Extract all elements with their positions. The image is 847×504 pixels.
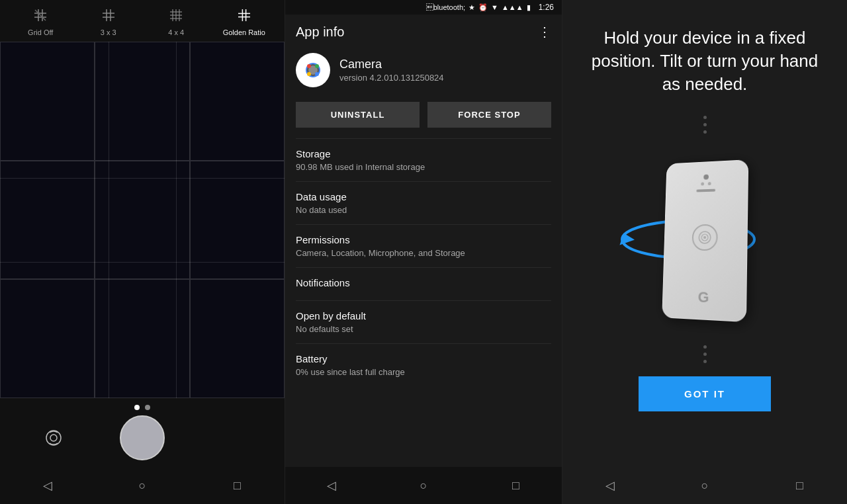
phone-fingerprint: [691, 224, 718, 251]
golden-line-vertical-1: [109, 42, 109, 398]
appinfo-nav-bar: ◁ ○ □: [285, 467, 562, 504]
status-wifi: ▼: [491, 3, 498, 11]
appinfo-header: App info ⋮: [285, 15, 562, 46]
permissions-label: Permissions: [296, 234, 551, 245]
status-icons: bluetooth; ★ ⏰ ▼ ▲▲▲ ▮: [426, 3, 531, 12]
app-details: Camera version 4.2.010.131250824: [339, 58, 444, 83]
appinfo-title: App info: [296, 24, 344, 40]
app-identity: Camera version 4.2.010.131250824: [285, 46, 562, 98]
app-version: version 4.2.010.131250824: [339, 73, 444, 83]
grid-cell: [0, 279, 95, 398]
battery-value: 0% use since last full charge: [296, 367, 551, 377]
status-signal: ▲▲▲: [502, 3, 523, 11]
tutorial-dots-bottom: [703, 345, 707, 363]
flip-camera-button[interactable]: [39, 423, 68, 452]
tutorial-panel: Hold your device in a fixed position. Ti…: [562, 0, 847, 504]
svg-point-28: [315, 72, 319, 76]
tutorial-content: Hold your device in a fixed position. Ti…: [562, 0, 847, 467]
3x3-label: 3 x 3: [101, 28, 116, 36]
grid-cell: [190, 279, 285, 398]
toolbar-grid-off[interactable]: Grid Off: [14, 8, 67, 36]
golden-line-vertical-2: [176, 42, 177, 398]
dot: [703, 116, 707, 119]
svg-point-27: [307, 72, 311, 76]
grid-off-icon: [33, 8, 48, 26]
home-button[interactable]: ○: [413, 475, 434, 496]
status-bluetooth: ★: [468, 3, 475, 12]
dot: [703, 123, 707, 126]
recents-button[interactable]: □: [789, 475, 810, 496]
camera-controls: [0, 415, 285, 463]
app-icon: [296, 53, 330, 87]
dot-inactive: [145, 405, 150, 410]
phone-body: G: [662, 159, 748, 322]
phone-speaker: [696, 189, 715, 192]
camera-placeholder: [216, 423, 245, 452]
page-indicator: [134, 405, 150, 410]
status-alarm: ⏰: [478, 3, 488, 12]
svg-line-4: [35, 10, 46, 21]
home-button[interactable]: ○: [132, 475, 153, 496]
dot: [703, 345, 707, 349]
camera-toolbar: Grid Off 3 x 3: [0, 0, 285, 42]
golden-ratio-icon: [237, 8, 251, 26]
golden-ratio-label: Golden Ratio: [223, 28, 265, 36]
dot: [703, 353, 707, 356]
tutorial-nav-bar: ◁ ○ □: [562, 467, 847, 504]
grid-cell: [0, 42, 95, 161]
phone-camera: [703, 175, 709, 180]
camera-bottom: [0, 398, 285, 467]
data-usage-section[interactable]: Data usage No data used: [285, 182, 562, 224]
notifications-label: Notifications: [296, 277, 551, 288]
back-button[interactable]: ◁: [600, 475, 621, 496]
svg-point-20: [50, 435, 57, 441]
storage-section[interactable]: Storage 90.98 MB used in Internal storag…: [285, 139, 562, 181]
status-time: 1:26: [539, 3, 554, 12]
golden-line-horizontal-2: [0, 262, 285, 263]
bluetooth-icon: bluetooth;: [426, 3, 465, 11]
camera-viewfinder: [0, 42, 285, 398]
back-button[interactable]: ◁: [37, 475, 58, 496]
status-battery: ▮: [527, 3, 531, 12]
open-by-default-section[interactable]: Open by default No defaults set: [285, 301, 562, 343]
battery-label: Battery: [296, 353, 551, 364]
recents-button[interactable]: □: [226, 475, 247, 496]
notifications-section[interactable]: Notifications: [285, 268, 562, 300]
more-options-icon[interactable]: ⋮: [538, 24, 551, 40]
battery-section[interactable]: Battery 0% use since last full charge: [285, 344, 562, 386]
action-buttons: UNINSTALL FORCE STOP: [285, 98, 562, 138]
open-by-default-label: Open by default: [296, 310, 551, 321]
back-button[interactable]: ◁: [321, 475, 342, 496]
got-it-button[interactable]: GOT IT: [639, 376, 771, 411]
shutter-button[interactable]: [120, 415, 165, 460]
uninstall-button[interactable]: UNINSTALL: [296, 102, 420, 128]
dot-active: [134, 405, 140, 410]
grid-overlay: [0, 42, 285, 398]
dot: [703, 360, 707, 363]
tutorial-dots-top: [703, 116, 707, 134]
tutorial-heading: Hold your device in a fixed position. Ti…: [582, 26, 827, 96]
permissions-value: Camera, Location, Microphone, and Storag…: [296, 248, 551, 258]
force-stop-button[interactable]: FORCE STOP: [427, 102, 551, 128]
camera-panel: Grid Off 3 x 3: [0, 0, 285, 504]
toolbar-4x4[interactable]: 4 x 4: [150, 8, 202, 36]
phone-illustration: G: [639, 140, 771, 339]
toolbar-golden-ratio[interactable]: Golden Ratio: [218, 8, 271, 36]
golden-line-horizontal-1: [0, 178, 285, 179]
data-usage-label: Data usage: [296, 191, 551, 202]
grid-cell: [190, 42, 285, 161]
status-bar: bluetooth; ★ ⏰ ▼ ▲▲▲ ▮ 1:26: [285, 0, 562, 15]
camera-nav-bar: ◁ ○ □: [0, 467, 285, 504]
appinfo-content: Storage 90.98 MB used in Internal storag…: [285, 138, 562, 467]
toolbar-3x3[interactable]: 3 x 3: [82, 8, 135, 36]
google-logo: G: [697, 288, 709, 306]
grid-off-label: Grid Off: [28, 28, 53, 36]
storage-value: 90.98 MB used in Internal storage: [296, 162, 551, 172]
home-button[interactable]: ○: [694, 475, 715, 496]
storage-label: Storage: [296, 148, 551, 159]
permissions-section[interactable]: Permissions Camera, Location, Microphone…: [285, 225, 562, 267]
svg-point-19: [46, 431, 61, 445]
svg-point-25: [307, 64, 311, 68]
recents-button[interactable]: □: [505, 475, 526, 496]
open-by-default-value: No defaults set: [296, 324, 551, 334]
